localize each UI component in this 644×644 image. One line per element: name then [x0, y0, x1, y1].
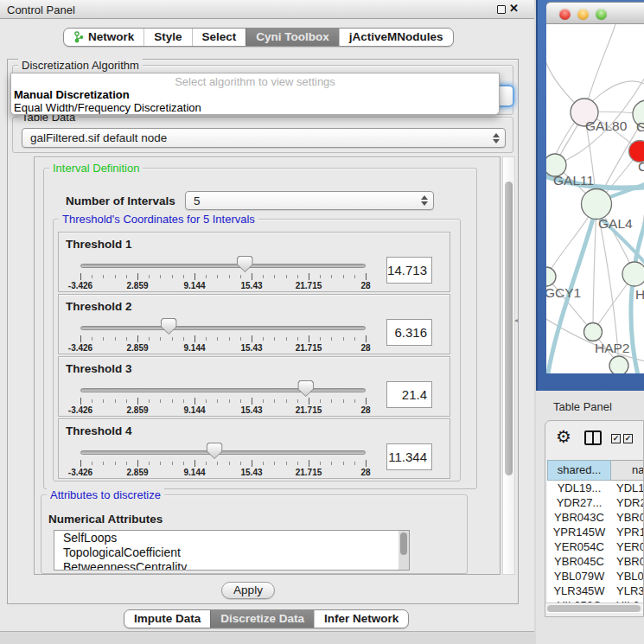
table-row[interactable]: YER054CYER0 — [547, 539, 644, 554]
slider-ticks — [80, 273, 366, 280]
table-panel-region: Table Panel ⚙ ✓ ✓ shared... na YDL19...Y… — [536, 391, 644, 644]
threshold-4-value-field[interactable]: 11.344 — [386, 443, 432, 470]
table-row[interactable]: YBR045CYBR0 — [547, 554, 644, 569]
node-label: C — [638, 159, 644, 174]
table-row[interactable]: YDL19...YDL1 — [547, 481, 644, 495]
slider-tick-labels: -3.4262.8599.14415.4321.71528 — [80, 405, 366, 415]
tab-cyni-toolbox[interactable]: Cyni Toolbox — [245, 29, 339, 46]
table-header-row: shared... na — [547, 460, 644, 481]
node-label: GA — [636, 119, 644, 134]
table-body: YDL19...YDL1 YDR27...YDR2 YBR043CYBR0 YP… — [547, 481, 644, 613]
list-scrollbar[interactable] — [399, 531, 409, 570]
tab-style[interactable]: Style — [143, 29, 191, 46]
threshold-4-label: Threshold 4 — [66, 424, 132, 437]
threshold-2-slider-track[interactable] — [80, 326, 366, 330]
threshold-2-slider-thumb[interactable] — [161, 318, 177, 335]
column-header-name[interactable]: na — [611, 460, 644, 481]
zoom-traffic-light[interactable] — [596, 9, 607, 20]
apply-button[interactable]: Apply — [221, 582, 275, 599]
table-row[interactable]: YDR27...YDR2 — [547, 495, 644, 510]
node-h[interactable] — [622, 262, 644, 286]
table-data-combobox[interactable]: galFiltered.sif default node — [22, 128, 506, 148]
threshold-3-value-field[interactable]: 21.4 — [386, 381, 432, 408]
slider-tick-labels: -3.4262.8599.14415.4321.71528 — [80, 343, 366, 353]
algorithm-dropdown-popup: Select algorithm to view settings Manual… — [10, 73, 500, 115]
thresholds-group-label: Threshold's Coordinates for 5 Intervals — [59, 213, 258, 226]
table-row[interactable]: YLR345WYLR3 — [547, 583, 644, 598]
numerical-attributes-list: SelfLoops TopologicalCoefficient Between… — [54, 530, 410, 571]
algorithm-prompt: Select algorithm to view settings — [11, 75, 499, 88]
table-data-combobox-value: galFiltered.sif default node — [30, 131, 167, 144]
popup-option-equal-width[interactable]: Equal Width/Frequency Discretization — [11, 101, 499, 114]
window-title: Control Panel — [7, 3, 75, 16]
node-gcy1[interactable] — [546, 267, 556, 286]
gear-icon[interactable]: ⚙ — [556, 428, 571, 445]
discretization-algorithm-label: Discretization Algorithm — [18, 59, 143, 72]
tab-impute-data[interactable]: Impute Data — [124, 610, 210, 628]
number-of-intervals-label: Number of Intervals — [66, 194, 175, 207]
tab-infer-network[interactable]: Infer Network — [314, 610, 408, 628]
threshold-3-label: Threshold 3 — [66, 362, 132, 375]
slider-ticks — [80, 335, 366, 342]
tab-jactivemnodules[interactable]: jActiveMNodules — [339, 29, 453, 46]
minimize-traffic-light[interactable] — [577, 9, 589, 20]
table-panel: ⚙ ✓ ✓ shared... na YDL19...YDL1 YDR27...… — [545, 420, 644, 617]
threshold-4-slider-thumb[interactable] — [207, 443, 223, 459]
number-of-intervals-combobox[interactable]: 5 — [185, 191, 434, 210]
table-row[interactable]: YBL079WYBL0 — [547, 569, 644, 583]
table-panel-title: Table Panel — [553, 400, 612, 413]
column-header-shared-name[interactable]: shared... — [547, 460, 611, 481]
control-panel-titlebar: Control Panel ✕ — [0, 0, 534, 19]
tab-network[interactable]: Network — [64, 29, 143, 46]
tab-discretize-data[interactable]: Discretize Data — [210, 610, 314, 628]
slider-tick-labels: -3.4262.8599.14415.4321.71528 — [80, 468, 366, 477]
network-view-window: GAL80 GA C GAL11 GAL4 GCY1 H HAP2 — [536, 0, 644, 391]
list-item[interactable]: BetweennessCentrality — [54, 560, 409, 571]
threshold-3-slider-thumb[interactable] — [297, 380, 314, 397]
close-traffic-light[interactable] — [559, 9, 571, 20]
node-label: GAL80 — [585, 118, 628, 133]
threshold-1-slider-track[interactable] — [80, 264, 366, 268]
threshold-2-label: Threshold 2 — [66, 300, 132, 313]
table-row[interactable]: YPR145WYPR1 — [547, 525, 644, 539]
node-label: GAL4 — [598, 216, 633, 231]
list-item[interactable]: SelfLoops — [54, 531, 409, 545]
attributes-group: Attributes to discretize Numerical Attri… — [41, 494, 468, 574]
settings-scroll-area: Interval Definition Number of Intervals … — [34, 156, 501, 575]
node-gal4[interactable] — [582, 189, 612, 220]
checkbox-icon[interactable]: ✓ — [623, 434, 633, 443]
node-label: HAP2 — [595, 341, 630, 355]
table-row[interactable]: YBR043CYBR0 — [547, 510, 644, 525]
threshold-1-slider-thumb[interactable] — [237, 256, 253, 272]
threshold-4-slider-track[interactable] — [80, 450, 366, 455]
column-layout-icon[interactable] — [584, 430, 602, 445]
combo-spinner-icon — [493, 133, 499, 143]
node-partial-bottom[interactable] — [609, 356, 628, 373]
threshold-1-value-field[interactable]: 14.713 — [386, 257, 432, 284]
divider-collapse-arrow[interactable]: ◂ — [514, 316, 518, 324]
cyni-bottom-tabbar: Impute Data Discretize Data Infer Networ… — [124, 609, 409, 628]
slider-ticks — [80, 398, 366, 405]
attributes-group-label: Attributes to discretize — [47, 488, 164, 501]
float-window-icon[interactable] — [497, 5, 506, 14]
node-hap2[interactable] — [584, 323, 603, 341]
checkbox-icon[interactable]: ✓ — [611, 434, 621, 443]
popup-option-manual-discretization[interactable]: Manual Discretization — [11, 88, 499, 101]
tab-select[interactable]: Select — [192, 29, 246, 46]
network-icon — [73, 31, 84, 43]
threshold-4-box: Threshold 4 -3.4262.8599.14415.4321.7152… — [58, 418, 450, 479]
threshold-1-label: Threshold 1 — [66, 238, 132, 251]
network-window-titlebar[interactable] — [546, 2, 644, 24]
threshold-2-value-field[interactable]: 6.316 — [386, 319, 432, 346]
combo-spinner-icon — [421, 195, 427, 206]
table-horizontal-scrollbar[interactable] — [545, 603, 643, 612]
settings-vertical-scrollbar[interactable] — [502, 156, 515, 575]
threshold-3-box: Threshold 3 -3.4262.8599.14415.4321.7152… — [58, 356, 450, 417]
number-of-intervals-value: 5 — [194, 194, 201, 207]
close-icon[interactable]: ✕ — [509, 2, 519, 15]
threshold-3-slider-track[interactable] — [80, 388, 366, 392]
numerical-attributes-label: Numerical Attributes — [48, 513, 163, 526]
network-canvas[interactable]: GAL80 GA C GAL11 GAL4 GCY1 H HAP2 — [546, 24, 644, 373]
threshold-2-box: Threshold 2 -3.4262.8599.14415.4321.7152… — [58, 294, 450, 354]
list-item[interactable]: TopologicalCoefficient — [54, 545, 409, 560]
